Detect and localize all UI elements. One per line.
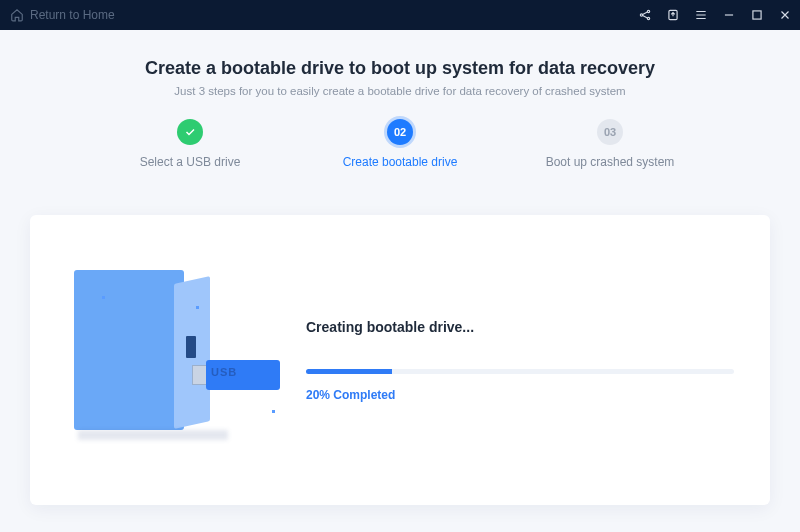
close-icon[interactable] <box>778 8 792 22</box>
step-2: 02 Create bootable drive <box>330 119 470 169</box>
minimize-icon[interactable] <box>722 8 736 22</box>
page-subtitle: Just 3 steps for you to easily create a … <box>20 85 780 97</box>
usb-text: USB <box>211 366 237 378</box>
progress-status: Creating bootable drive... <box>306 319 734 335</box>
progress-area: Creating bootable drive... 20% Completed <box>306 319 734 402</box>
progress-bar-fill <box>306 369 392 374</box>
svg-point-2 <box>647 17 649 19</box>
step-2-badge: 02 <box>387 119 413 145</box>
step-1-label: Select a USB drive <box>140 155 241 169</box>
hero: Create a bootable drive to boot up syste… <box>0 30 800 185</box>
share-icon[interactable] <box>638 8 652 22</box>
maximize-icon[interactable] <box>750 8 764 22</box>
menu-icon[interactable] <box>694 8 708 22</box>
return-home-label: Return to Home <box>30 8 115 22</box>
titlebar: Return to Home <box>0 0 800 30</box>
step-indicator: Select a USB drive 02 Create bootable dr… <box>120 119 680 169</box>
export-icon[interactable] <box>666 8 680 22</box>
check-icon <box>184 126 196 138</box>
page-title: Create a bootable drive to boot up syste… <box>20 58 780 79</box>
step-1: Select a USB drive <box>120 119 260 169</box>
step-2-label: Create bootable drive <box>343 155 458 169</box>
svg-point-1 <box>647 10 649 12</box>
svg-point-0 <box>640 14 642 16</box>
progress-percent: 20% Completed <box>306 388 734 402</box>
progress-card: USB Creating bootable drive... 20% Compl… <box>30 215 770 505</box>
window-controls <box>638 8 792 22</box>
step-3: 03 Boot up crashed system <box>540 119 680 169</box>
step-3-badge: 03 <box>597 119 623 145</box>
step-1-badge <box>177 119 203 145</box>
return-home-button[interactable]: Return to Home <box>10 8 115 22</box>
progress-bar <box>306 369 734 374</box>
home-icon <box>10 8 24 22</box>
svg-rect-4 <box>753 11 761 19</box>
step-3-label: Boot up crashed system <box>546 155 675 169</box>
usb-illustration: USB <box>56 260 266 460</box>
